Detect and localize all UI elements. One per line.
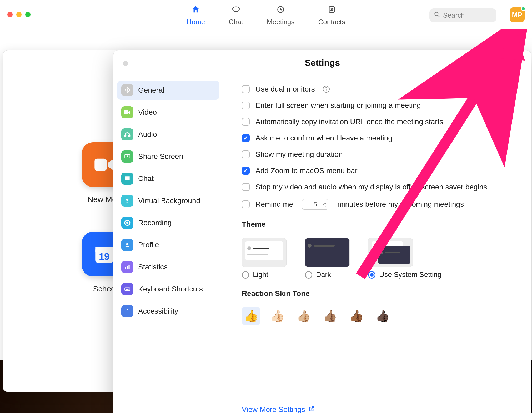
keyboard-icon [121, 283, 133, 295]
option-label-suffix: minutes before my upcoming meetings [337, 200, 464, 209]
radio[interactable] [368, 271, 375, 279]
help-icon[interactable]: ? [323, 86, 330, 93]
theme-label: Light [253, 271, 268, 279]
chat-icon [232, 5, 240, 16]
skin-tone-option[interactable]: 👍🏻 [268, 307, 287, 325]
calendar-day: 19 [99, 251, 109, 262]
skin-tone-option[interactable]: 👍🏾 [347, 307, 365, 325]
sidebar-item-label: Profile [138, 241, 159, 249]
theme-selector: Light Dark Use System Setting [242, 238, 513, 279]
option-fullscreen: Enter full screen when starting or joini… [242, 101, 513, 110]
option-remind-me: Remind me 5 ▴▾ minutes before my upcomin… [242, 199, 513, 210]
option-stop-on-sleep: Stop my video and audio when my display … [242, 183, 513, 191]
bar-chart-icon [121, 261, 133, 273]
svg-rect-17 [125, 267, 126, 269]
checkbox[interactable] [242, 85, 250, 93]
link-label: View More Settings [242, 405, 305, 413]
view-more-settings-link[interactable]: View More Settings [242, 369, 513, 413]
search-icon [434, 11, 440, 20]
video-icon [121, 106, 133, 118]
option-show-duration: Show my meeting duration [242, 150, 513, 159]
skin-tone-option[interactable]: 👍🏿 [373, 307, 392, 325]
svg-point-4 [435, 12, 438, 16]
sidebar-item-accessibility[interactable]: Accessibility [117, 302, 219, 321]
sidebar-item-recording[interactable]: Recording [117, 213, 219, 232]
sidebar-item-general[interactable]: General [117, 81, 219, 100]
record-icon [121, 217, 133, 229]
header: Home Chat Meetings Contacts Search MP [0, 0, 532, 29]
sidebar-item-label: Virtual Background [138, 197, 200, 205]
sidebar-item-label: Video [138, 108, 157, 117]
settings-title: Settings [305, 58, 340, 68]
option-dual-monitors: Use dual monitors ? [242, 85, 513, 93]
chat-icon [121, 173, 133, 185]
skin-tone-option[interactable]: 👍🏽 [321, 307, 339, 325]
checkbox[interactable] [242, 118, 250, 126]
minimize-window-dot[interactable] [16, 12, 22, 17]
checkbox[interactable] [242, 102, 250, 109]
nav-tab-contacts[interactable]: Contacts [318, 5, 345, 26]
theme-label: Dark [316, 271, 331, 279]
checkbox[interactable] [242, 150, 250, 158]
headphones-icon [121, 128, 133, 140]
svg-rect-11 [129, 135, 130, 137]
svg-point-3 [331, 8, 333, 9]
sidebar-item-profile[interactable]: Profile [117, 235, 219, 254]
option-add-menubar: Add Zoom to macOS menu bar [242, 167, 513, 175]
sidebar-item-label: Audio [138, 130, 157, 139]
nav-tab-chat[interactable]: Chat [229, 5, 243, 26]
sidebar-item-audio[interactable]: Audio [117, 125, 219, 144]
checkbox[interactable] [242, 134, 250, 142]
sidebar-item-share-screen[interactable]: Share Screen [117, 147, 219, 166]
theme-option-system[interactable]: Use System Setting [368, 238, 441, 279]
window-traffic-lights[interactable] [7, 12, 31, 17]
nav-tab-home[interactable]: Home [187, 5, 205, 26]
theme-option-light[interactable]: Light [242, 238, 287, 279]
svg-rect-9 [124, 110, 128, 114]
settings-close-dot[interactable] [123, 61, 128, 66]
svg-rect-10 [125, 135, 126, 137]
sidebar-item-label: Recording [138, 219, 172, 227]
svg-point-16 [126, 243, 129, 245]
share-screen-icon [121, 150, 133, 163]
option-label: Show my meeting duration [255, 150, 343, 159]
avatar-initials: MP [512, 11, 523, 19]
sidebar-item-chat[interactable]: Chat [117, 169, 219, 188]
fullscreen-window-dot[interactable] [25, 12, 31, 17]
svg-point-15 [126, 222, 129, 224]
radio[interactable] [305, 271, 312, 279]
theme-thumb-light [242, 238, 287, 267]
search-input[interactable]: Search [429, 8, 496, 22]
gear-icon [121, 84, 133, 96]
theme-label: Use System Setting [379, 271, 441, 279]
settings-window: Settings General Video Audio Share S [113, 50, 531, 413]
checkbox[interactable] [242, 200, 250, 208]
option-copy-url: Automatically copy invitation URL once t… [242, 118, 513, 126]
theme-heading: Theme [242, 220, 513, 229]
sidebar-item-virtual-background[interactable]: Virtual Background [117, 191, 219, 210]
skin-tone-option[interactable]: 👍🏼 [294, 307, 313, 325]
minutes-stepper[interactable]: 5 ▴▾ [302, 199, 328, 210]
gear-icon[interactable] [516, 36, 525, 44]
skin-tone-option[interactable]: 👍 [242, 307, 260, 325]
radio[interactable] [242, 271, 249, 279]
nav-tab-meetings[interactable]: Meetings [267, 5, 295, 26]
svg-point-8 [127, 89, 128, 91]
avatar[interactable]: MP [510, 7, 525, 22]
settings-sidebar: General Video Audio Share Screen Chat [113, 75, 223, 413]
option-label: Add Zoom to macOS menu bar [255, 167, 358, 175]
sidebar-item-statistics[interactable]: Statistics [117, 258, 219, 276]
presence-dot [521, 6, 526, 11]
sidebar-item-keyboard-shortcuts[interactable]: Keyboard Shortcuts [117, 280, 219, 299]
checkbox[interactable] [242, 183, 250, 191]
nav-tab-label: Meetings [267, 18, 295, 26]
sidebar-item-label: Statistics [138, 263, 168, 271]
sidebar-item-video[interactable]: Video [117, 103, 219, 122]
close-window-dot[interactable] [7, 12, 13, 17]
theme-option-dark[interactable]: Dark [305, 238, 350, 279]
option-label: Use dual monitors [255, 85, 315, 93]
checkbox[interactable] [242, 167, 250, 175]
chevron-up-down-icon: ▴▾ [324, 201, 326, 208]
sidebar-item-label: General [138, 86, 164, 94]
option-confirm-leave: Ask me to confirm when I leave a meeting [242, 134, 513, 142]
